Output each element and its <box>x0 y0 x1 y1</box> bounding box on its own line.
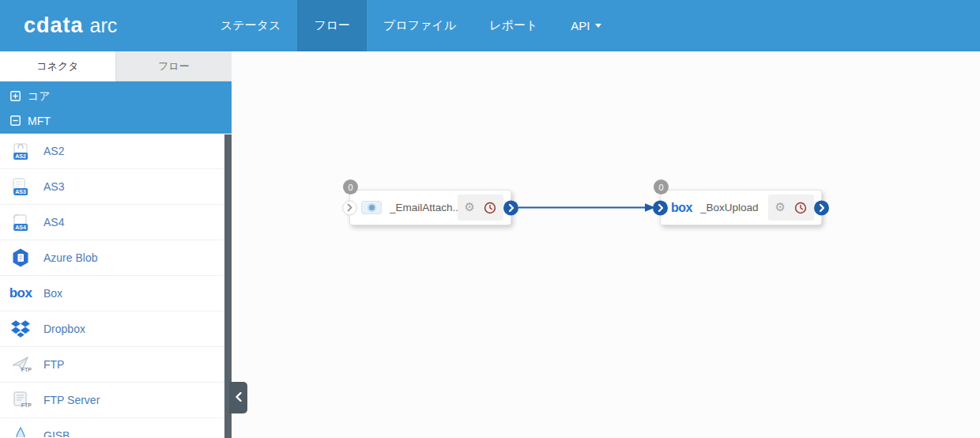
input-port-icon[interactable] <box>342 200 357 215</box>
ftp-server-icon: FTP <box>9 389 32 411</box>
logo-product-text: arc <box>90 14 118 37</box>
node-title: _EmailAttach... <box>390 202 458 213</box>
connector-label: Azure Blob <box>43 251 97 264</box>
chevron-left-icon <box>236 391 242 405</box>
nav-item-status[interactable]: ステータス <box>204 0 297 51</box>
plus-square-icon <box>10 91 21 101</box>
node-action-bar: ⚙ <box>458 194 503 221</box>
group-mft-label: MFT <box>28 115 51 127</box>
group-core-label: コア <box>28 89 51 104</box>
connector-label: FTP <box>43 358 64 371</box>
group-core[interactable]: コア <box>0 81 232 108</box>
nav-item-profile[interactable]: プロファイル <box>367 0 473 51</box>
schedule-clock-icon[interactable] <box>484 202 496 214</box>
group-mft[interactable]: MFT <box>0 108 232 134</box>
nav-item-flow[interactable]: フロー <box>297 0 367 51</box>
nav-item-report[interactable]: レポート <box>473 0 554 51</box>
settings-gear-icon[interactable]: ⚙ <box>465 202 475 213</box>
connector-label: AS2 <box>43 145 64 157</box>
message-count-badge: 0 <box>654 179 669 194</box>
connector-label: Box <box>43 287 62 300</box>
node-action-bar: ⚙ <box>768 194 814 221</box>
connector-item-as2[interactable]: AS2 AS2 <box>0 134 232 169</box>
connector-groups: コア MFT <box>0 81 232 134</box>
as4-icon: AS4 <box>9 211 32 233</box>
cdata-arc-app: cdata arc ステータス フロー プロファイル レポート API コネクタ… <box>0 0 980 438</box>
connector-item-azure-blob[interactable]: Azure Blob <box>0 240 232 276</box>
schedule-clock-icon[interactable] <box>794 202 807 214</box>
logo-brand-text: cdata <box>24 13 84 38</box>
gisb-icon <box>9 425 32 437</box>
connector-list: AS2 AS2 AS3 AS3 AS4 AS4 <box>0 134 232 437</box>
tab-flows[interactable]: フロー <box>115 51 232 81</box>
connector-item-dropbox[interactable]: Dropbox <box>0 312 232 347</box>
message-count-badge: 0 <box>343 179 358 194</box>
main-nav: ステータス フロー プロファイル レポート API <box>204 0 618 51</box>
chevron-down-icon <box>595 24 601 28</box>
connector-item-box[interactable]: box Box <box>0 276 232 312</box>
connector-item-ftp-server[interactable]: FTP FTP Server <box>0 383 232 418</box>
connector-label: AS4 <box>43 216 64 228</box>
connector-label: FTP Server <box>43 394 100 406</box>
tab-connectors[interactable]: コネクタ <box>0 51 115 81</box>
dropbox-icon <box>9 318 32 340</box>
connector-label: AS3 <box>43 180 64 193</box>
top-nav: cdata arc ステータス フロー プロファイル レポート API <box>0 0 980 51</box>
as3-icon: AS3 <box>9 176 32 198</box>
settings-gear-icon[interactable]: ⚙ <box>775 202 786 213</box>
app-logo[interactable]: cdata arc <box>24 0 156 51</box>
box-logo-icon: box <box>9 282 32 304</box>
output-port-icon[interactable] <box>814 200 829 215</box>
flow-canvas[interactable]: 0 _EmailAttach... ⚙ 0 <box>232 51 980 438</box>
connector-label: Dropbox <box>43 323 85 335</box>
box-logo-icon: box <box>671 201 692 215</box>
nav-item-api-label: API <box>571 19 590 32</box>
connector-sidebar: コネクタ フロー コア MFT <box>0 51 232 438</box>
flow-connection-arrow <box>516 200 657 215</box>
minus-square-icon <box>10 115 21 126</box>
connector-item-gisb[interactable]: GISB <box>0 418 232 437</box>
flow-node-emailattach[interactable]: 0 _EmailAttach... ⚙ <box>349 190 511 225</box>
connector-item-as3[interactable]: AS3 AS3 <box>0 169 232 205</box>
email-connector-icon <box>361 201 382 214</box>
input-port-icon[interactable] <box>653 200 668 215</box>
as2-icon: AS2 <box>9 140 32 162</box>
connector-item-ftp[interactable]: FTP FTP <box>0 347 232 383</box>
connector-label: GISB <box>43 429 70 437</box>
sidebar-collapse-handle[interactable] <box>229 382 247 413</box>
ftp-icon: FTP <box>9 353 32 376</box>
output-port-icon[interactable] <box>503 200 518 215</box>
connector-item-as4[interactable]: AS4 AS4 <box>0 205 232 240</box>
node-title: _BoxUpload <box>700 202 759 213</box>
flow-node-boxupload[interactable]: 0 box _BoxUpload ⚙ <box>660 190 822 225</box>
nav-item-api[interactable]: API <box>554 0 618 51</box>
azure-blob-icon <box>9 247 32 269</box>
sidebar-tabs: コネクタ フロー <box>0 51 232 81</box>
